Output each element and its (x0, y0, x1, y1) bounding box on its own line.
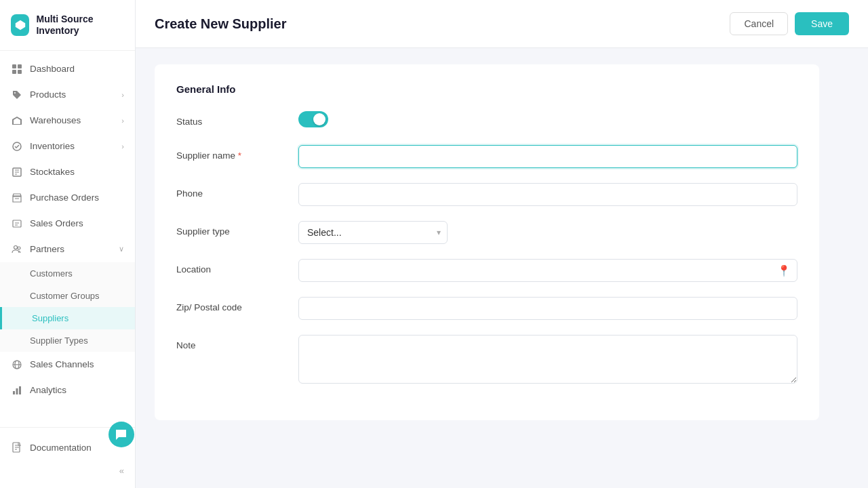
app-logo: Multi Source Inventory (0, 0, 135, 51)
supplier-type-select[interactable]: Select... (298, 221, 448, 244)
supplier-name-control (298, 145, 797, 168)
status-label: Status (176, 111, 285, 127)
sidebar-item-customer-groups-label: Customer Groups (30, 291, 100, 301)
chevron-right-icon: › (121, 91, 124, 99)
chat-bubble-button[interactable] (108, 422, 134, 447)
svg-rect-2 (18, 64, 22, 68)
supplier-name-label: Supplier name * (176, 145, 285, 161)
sidebar-item-sales-orders[interactable]: Sales Orders (0, 211, 135, 237)
sidebar-item-supplier-types-label: Supplier Types (30, 336, 88, 346)
stocktake-icon (11, 166, 23, 178)
zip-input[interactable] (298, 297, 797, 320)
svg-rect-1 (12, 64, 16, 68)
sidebar-item-purchase-orders[interactable]: Purchase Orders (0, 185, 135, 211)
page-header: Create New Supplier Cancel Save (136, 0, 868, 48)
svg-point-9 (18, 247, 20, 249)
status-toggle[interactable] (298, 111, 328, 127)
svg-point-8 (14, 245, 18, 249)
location-pin-icon: 📍 (777, 264, 791, 277)
sidebar-item-suppliers[interactable]: Suppliers (0, 307, 135, 329)
supplier-name-input[interactable] (298, 145, 797, 168)
form-card: General Info Status Supplier name (155, 64, 819, 420)
phone-row: Phone (176, 183, 797, 206)
main-area: Create New Supplier Cancel Save General … (136, 0, 868, 488)
zip-control (298, 297, 797, 320)
sidebar-item-products[interactable]: Products › (0, 82, 135, 108)
svg-rect-7 (13, 220, 21, 227)
tag-icon (11, 89, 23, 101)
sales-icon (11, 218, 23, 230)
svg-rect-13 (13, 391, 15, 394)
app-title: Multi Source Inventory (36, 14, 124, 37)
main-content: General Info Status Supplier name (136, 48, 868, 488)
logo-icon (11, 14, 29, 36)
sidebar-item-analytics[interactable]: Analytics (0, 378, 135, 403)
sidebar-item-dashboard-label: Dashboard (30, 64, 75, 74)
supplier-name-row: Supplier name * (176, 145, 797, 168)
sidebar-item-purchase-orders-label: Purchase Orders (30, 192, 99, 203)
grid-icon (11, 63, 23, 75)
required-marker: * (238, 150, 241, 161)
sidebar-item-analytics-label: Analytics (30, 385, 66, 395)
svg-rect-4 (18, 70, 22, 74)
supplier-type-control: Select... ▾ (298, 221, 797, 244)
sidebar-item-sales-channels-label: Sales Channels (30, 359, 94, 369)
sidebar-item-suppliers-label: Suppliers (32, 313, 68, 323)
sidebar-item-customers-label: Customers (30, 268, 73, 279)
chevron-right-icon3: › (121, 142, 124, 150)
sidebar-item-supplier-types[interactable]: Supplier Types (0, 329, 135, 352)
sidebar-nav: Dashboard Products › Warehouses › (0, 51, 135, 427)
zip-label: Zip/ Postal code (176, 297, 285, 312)
partners-icon (11, 243, 23, 256)
supplier-type-label: Supplier type (176, 221, 285, 237)
cancel-button[interactable]: Cancel (730, 12, 788, 35)
sidebar-item-sales-channels[interactable]: Sales Channels (0, 352, 135, 378)
sidebar-item-dashboard[interactable]: Dashboard (0, 56, 135, 82)
sidebar-item-customer-groups[interactable]: Customer Groups (0, 285, 135, 307)
analytics-icon (11, 384, 23, 396)
toggle-thumb (313, 113, 326, 125)
sidebar-item-products-label: Products (30, 89, 66, 100)
svg-rect-3 (12, 70, 16, 74)
sidebar-item-stocktakes-label: Stocktakes (30, 167, 75, 177)
sidebar-item-inventories[interactable]: Inventories › (0, 134, 135, 159)
zip-row: Zip/ Postal code (176, 297, 797, 320)
sidebar-item-stocktakes[interactable]: Stocktakes (0, 159, 135, 185)
status-row: Status (176, 111, 797, 130)
status-control (298, 111, 797, 130)
note-label: Note (176, 335, 285, 350)
sidebar: Multi Source Inventory Dashboard Product… (0, 0, 136, 488)
sidebar-item-customers[interactable]: Customers (0, 262, 135, 285)
chevron-right-icon2: › (121, 117, 124, 125)
page-title: Create New Supplier (155, 16, 287, 32)
phone-control (298, 183, 797, 206)
svg-rect-15 (19, 386, 21, 394)
supplier-type-row: Supplier type Select... ▾ (176, 221, 797, 244)
partners-sub-nav: Customers Customer Groups Suppliers Supp… (0, 262, 135, 352)
save-button[interactable]: Save (795, 12, 849, 35)
sidebar-item-inventories-label: Inventories (30, 141, 75, 151)
location-label: Location (176, 259, 285, 274)
collapse-sidebar-button[interactable]: « (0, 460, 135, 481)
location-row: Location 📍 (176, 259, 797, 282)
phone-input[interactable] (298, 183, 797, 206)
location-control: 📍 (298, 259, 797, 282)
inventory-icon (11, 140, 23, 152)
location-input[interactable] (298, 259, 797, 282)
warehouse-icon (11, 115, 23, 127)
channels-icon (11, 359, 23, 371)
purchase-icon (11, 192, 23, 204)
note-textarea[interactable] (298, 335, 797, 384)
phone-label: Phone (176, 183, 285, 199)
section-title: General Info (176, 83, 797, 95)
svg-marker-0 (16, 20, 25, 30)
note-control (298, 335, 797, 386)
note-row: Note (176, 335, 797, 386)
sidebar-item-warehouses-label: Warehouses (30, 115, 81, 125)
chevron-down-icon: ∨ (119, 245, 124, 253)
toggle-track (298, 111, 328, 127)
supplier-type-select-wrap: Select... ▾ (298, 221, 448, 244)
svg-rect-14 (16, 388, 18, 394)
sidebar-item-partners[interactable]: Partners ∨ (0, 237, 135, 262)
sidebar-item-warehouses[interactable]: Warehouses › (0, 108, 135, 134)
